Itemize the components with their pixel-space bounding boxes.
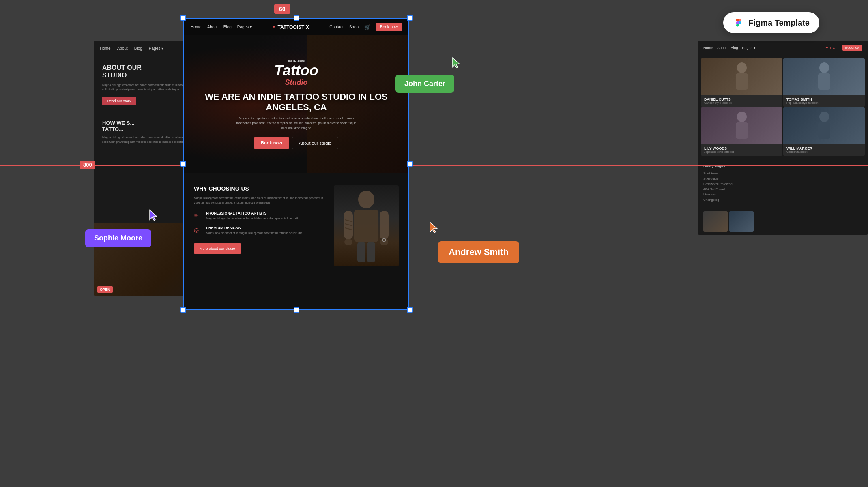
- rp-nav-home: Home: [703, 46, 713, 50]
- svg-rect-4: [354, 210, 378, 242]
- main-hero-section: ESTD 1996 Tattoo Studio WE ARE AN INDIE …: [184, 35, 408, 173]
- hero-book-button[interactable]: Book now: [254, 137, 289, 149]
- svg-rect-20: [736, 122, 748, 139]
- hero-about-button[interactable]: About our studio: [292, 137, 338, 149]
- figma-template-label: Figma Template: [748, 18, 810, 28]
- why-title: WHY CHOOSING US: [194, 185, 324, 192]
- main-logo: ✦ TATTOOIST X: [272, 24, 309, 30]
- lily-silhouette: [732, 109, 752, 142]
- right-photo-2: [729, 211, 754, 232]
- main-nav-home[interactable]: Home: [191, 25, 202, 29]
- svg-point-19: [737, 112, 747, 122]
- utility-link-licences[interactable]: Licences: [703, 193, 862, 196]
- lily-info: LILY WOODS Japanese style tattooist: [701, 144, 782, 156]
- right-preview-frame: Home About Blog Pages ▾ ✦ T X Book now D…: [698, 41, 868, 235]
- main-nav-about[interactable]: About: [207, 25, 218, 29]
- utility-link-start[interactable]: Start Here: [703, 172, 862, 175]
- cart-icon[interactable]: 🛒: [364, 24, 370, 30]
- svg-point-21: [819, 112, 829, 122]
- tomas-name: TOMAS SMITH: [786, 97, 862, 101]
- why-feature-1: ✏ PROFESSIONAL TATTOO ARTISTS Magna nisl…: [194, 211, 324, 221]
- tattoo-needle-icon: ✏: [194, 212, 202, 220]
- main-nav-contact[interactable]: Contact: [329, 25, 343, 29]
- utility-link-password[interactable]: Password Protected: [703, 182, 862, 186]
- guide-label: 800: [80, 161, 95, 169]
- svg-marker-2: [430, 222, 437, 233]
- lily-photo: [701, 107, 782, 144]
- svg-point-3: [358, 191, 374, 208]
- will-info: WILL MARKER Cartoon tattooist: [783, 144, 865, 156]
- svg-point-15: [737, 62, 747, 73]
- artists-grid: DANIEL CUTTS Cartoon style tattooist TOM…: [698, 55, 868, 159]
- utility-link-404[interactable]: 404 Not Found: [703, 187, 862, 191]
- more-about-button[interactable]: More about our studio: [194, 243, 241, 254]
- why-feature-2: ◎ PREMIUM DESIGNS Malesuada diamrper et …: [194, 226, 324, 236]
- figma-icon: [733, 17, 744, 28]
- artist-card-will: WILL MARKER Cartoon tattooist: [783, 107, 865, 156]
- svg-point-11: [380, 239, 388, 245]
- rp-book-button[interactable]: Book now: [842, 45, 862, 51]
- svg-rect-13: [357, 242, 365, 262]
- svg-rect-22: [818, 122, 830, 139]
- john-carter-name: John Carter: [404, 79, 445, 88]
- tomas-photo: [783, 58, 865, 95]
- right-nav: Home About Blog Pages ▾ ✦ T X Book now: [698, 41, 868, 55]
- utility-link-styleguide[interactable]: Styleguide: [703, 177, 862, 180]
- main-nav-blog[interactable]: Blog: [223, 25, 232, 29]
- tomas-silhouette: [814, 60, 834, 93]
- selection-handle-middle-right[interactable]: [407, 161, 413, 167]
- svg-rect-14: [367, 242, 375, 262]
- utility-link-changelog[interactable]: Changelog: [703, 198, 862, 202]
- selection-handle-middle-left[interactable]: [180, 161, 186, 167]
- figma-template-badge: Figma Template: [723, 12, 819, 33]
- selection-handle-top-right[interactable]: [407, 15, 413, 21]
- svg-marker-1: [150, 210, 157, 221]
- why-feature-2-text: PREMIUM DESIGNS Malesuada diamrper et in…: [206, 226, 303, 236]
- will-style: Cartoon tattooist: [786, 150, 862, 153]
- lp-nav-blog: Blog: [134, 46, 142, 51]
- hero-content: ESTD 1996 Tattoo Studio WE ARE AN INDIE …: [192, 59, 400, 150]
- will-silhouette: [814, 109, 834, 142]
- logo-icon: ✦: [272, 25, 275, 29]
- artist-card-daniel: DANIEL CUTTS Cartoon style tattooist: [701, 58, 782, 107]
- daniel-silhouette: [732, 60, 752, 93]
- daniel-name: DANIEL CUTTS: [704, 97, 779, 101]
- andrew-smith-badge: Andrew Smith: [438, 241, 519, 263]
- cursor-sophie-moore-area: [149, 209, 158, 222]
- feature-1-title: PROFESSIONAL TATTOO ARTISTS: [206, 211, 299, 215]
- will-name: WILL MARKER: [786, 146, 862, 150]
- rp-nav-blog: Blog: [731, 46, 738, 50]
- utility-section: Utility Pages Start Here Styleguide Pass…: [698, 159, 868, 208]
- svg-rect-6: [380, 211, 389, 239]
- cursor-andrew-smith-icon: [429, 221, 438, 233]
- selection-handle-bottom-left[interactable]: [180, 307, 186, 313]
- cursor-sophie-moore-icon: [149, 209, 158, 221]
- main-book-button[interactable]: Book now: [376, 23, 402, 31]
- cursor-john-carter-icon: [451, 57, 460, 68]
- lp-nav-home: Home: [100, 46, 111, 51]
- lp-nav-pages: Pages ▾: [149, 46, 163, 51]
- main-nav-pages[interactable]: Pages ▾: [237, 25, 252, 29]
- feature-2-title: PREMIUM DESIGNS: [206, 226, 303, 230]
- main-frame: Home About Blog Pages ▾ ✦ TATTOOIST X Co…: [183, 18, 409, 310]
- svg-point-10: [344, 239, 352, 245]
- rp-logo: ✦ T X: [825, 46, 835, 50]
- selection-handle-top-center[interactable]: [294, 15, 299, 21]
- selection-handle-bottom-center[interactable]: [294, 307, 299, 313]
- will-photo: [783, 107, 865, 144]
- rp-nav-pages: Pages ▾: [742, 46, 756, 50]
- selection-handle-bottom-right[interactable]: [407, 307, 413, 313]
- sophie-moore-name: Sophie Moore: [94, 234, 142, 242]
- daniel-photo: [701, 58, 782, 95]
- hero-logo: ESTD 1996 Tattoo Studio: [192, 59, 400, 87]
- svg-marker-0: [452, 58, 460, 68]
- hero-logo-studio: Studio: [192, 79, 400, 87]
- selection-handle-top-left[interactable]: [180, 15, 186, 21]
- hero-buttons: Book now About our studio: [192, 137, 400, 149]
- lily-name: LILY WOODS: [704, 146, 779, 150]
- daniel-style: Cartoon style tattooist: [704, 101, 779, 104]
- lp-nav-about: About: [117, 46, 128, 51]
- left-read-story-button[interactable]: Read our story: [102, 97, 136, 105]
- main-nav-shop[interactable]: Shop: [349, 25, 359, 29]
- artist-card-lily: LILY WOODS Japanese style tattooist: [701, 107, 782, 156]
